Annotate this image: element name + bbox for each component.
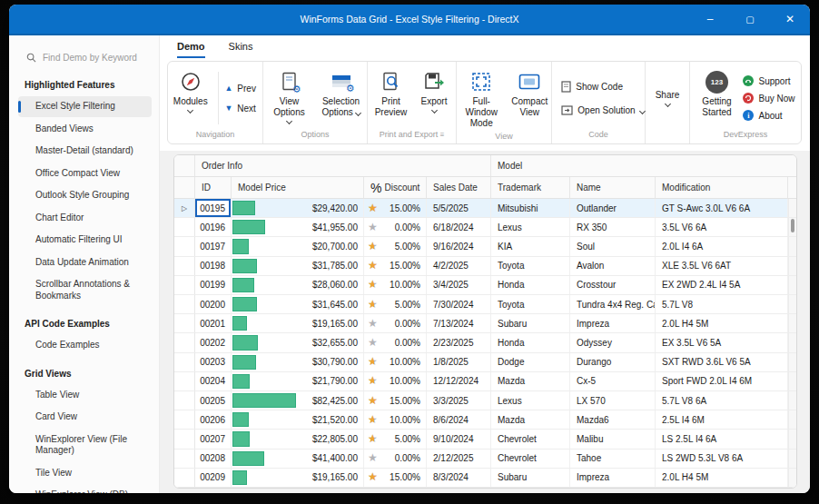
cell-sales-date[interactable]: 1/8/2025 [427,353,491,371]
sidebar-item-excel-style-filtering[interactable]: Excel Style Filtering [18,96,152,117]
cell-id[interactable]: 00199 [195,276,232,294]
tab-demo[interactable]: Demo [177,41,205,58]
cell-model-price[interactable]: $19,165.00 [232,469,364,487]
scrollbar-track-cell[interactable] [788,276,796,294]
cell-sales-date[interactable]: 9/10/2024 [427,430,491,448]
cell-discount[interactable]: ★★5.00% [364,430,427,448]
minimize-button[interactable]: – [690,5,730,34]
cell-discount[interactable]: ★★15.00% [364,469,427,487]
cell-name[interactable]: LX 570 [570,391,656,410]
sidebar-item-winexplorer-view-db-[interactable]: WinExplorer View (DB) [18,485,152,493]
cell-modification[interactable]: 2.5L I4 6M [656,410,788,429]
column-header-sales-date[interactable]: Sales Date [427,177,491,199]
cell-sales-date[interactable]: 4/2/2025 [427,257,491,275]
scrollbar-track-cell[interactable] [788,430,796,448]
cell-discount[interactable]: ★★5.00% [364,295,427,313]
cell-sales-date[interactable]: 8/3/2024 [427,469,491,487]
cell-modification[interactable]: LS 2.5L I4 6A [656,430,788,448]
sidebar-item-office-compact-view[interactable]: Office Compact View [18,163,152,184]
share-button[interactable]: Share [653,89,683,107]
cell-id[interactable]: 00197 [195,237,232,255]
cell-modification[interactable]: EX 3.5L V6 5A [656,333,788,351]
cell-trademark[interactable]: Subaru [491,314,570,332]
cell-name[interactable]: Impreza [570,314,656,332]
column-header-name[interactable]: Name [570,177,656,199]
next-button[interactable]: ▼Next [224,104,262,114]
cell-id[interactable]: 00204 [195,372,232,390]
cell-sales-date[interactable]: 5/5/2025 [427,199,491,217]
scrollbar-track-cell[interactable] [788,353,796,371]
table-row[interactable]: 00208$41,400.00★★0.00%2/12/2025Chevrolet… [174,450,796,469]
cell-modification[interactable]: GT S-Awc 3.0L V6 6A [656,199,788,217]
sidebar-item-data-update-animation[interactable]: Data Update Animation [18,252,152,273]
cell-model-price[interactable]: $32,655.00 [232,333,364,351]
cell-discount[interactable]: ★★0.00% [364,333,427,351]
cell-discount[interactable]: ★★15.00% [364,199,427,217]
cell-model-price[interactable]: $19,165.00 [232,314,364,332]
cell-discount[interactable]: ★★10.00% [364,410,427,429]
title-bar[interactable]: WinForms Data Grid - Excel Style Filteri… [9,5,810,35]
cell-id[interactable]: 00208 [195,450,232,468]
cell-trademark[interactable]: Dodge [491,353,570,371]
sidebar-item-tile-view[interactable]: Tile View [18,463,152,484]
getting-started-button[interactable]: 123 Getting Started [696,68,737,128]
scrollbar-track-cell[interactable] [788,257,796,275]
scrollbar-track-cell[interactable] [788,372,796,390]
cell-modification[interactable]: EX 2WD 2.4L I4 5A [656,276,788,294]
cell-name[interactable]: Avalon [570,257,656,275]
scrollbar-track-cell[interactable] [788,450,796,468]
table-row[interactable]: 00205$82,425.00★★15.00%3/3/2025LexusLX 5… [174,391,796,410]
vertical-scrollbar-thumb[interactable] [791,219,794,232]
cell-model-price[interactable]: $28,060.00 [232,276,364,294]
table-row[interactable]: 00203$30,790.00★★10.00%1/8/2025DodgeDura… [174,353,796,372]
sidebar-item-card-view[interactable]: Card View [18,407,152,428]
cell-id[interactable]: 00195 [195,199,232,217]
cell-discount[interactable]: ★★5.00% [364,237,427,255]
search-input[interactable]: Find Demo by Keyword [9,47,153,67]
sidebar-item-automatic-filtering-ui[interactable]: Automatic Filtering UI [18,230,152,251]
cell-model-price[interactable]: $21,790.00 [232,372,364,390]
cell-trademark[interactable]: Toyota [491,257,570,275]
dialog-launcher-icon[interactable]: ≡ [440,131,445,139]
cell-id[interactable]: 00201 [195,314,232,332]
support-button[interactable]: Support [743,75,790,86]
sidebar-item-scrollbar-annotations-bookmarks[interactable]: Scrollbar Annotations & Bookmarks [18,274,152,306]
sidebar-item-table-view[interactable]: Table View [18,385,152,406]
view-options-button[interactable]: ⚙ View Options [264,68,314,128]
sidebar-item-code-examples[interactable]: Code Examples [18,335,152,356]
cell-sales-date[interactable]: 12/12/2024 [427,372,491,390]
compact-view-button[interactable]: Compact View [508,68,551,130]
cell-name[interactable]: Tundra 4x4 Reg. Cab [570,295,656,313]
modules-button[interactable]: Modules [168,68,212,128]
table-row[interactable]: 00207$22,805.00★★5.00%9/10/2024Chevrolet… [174,430,796,449]
table-row[interactable]: 00197$20,700.00★★5.00%9/16/2024KIASoul2.… [174,237,796,256]
sidebar-item-chart-editor[interactable]: Chart Editor [18,208,152,229]
table-row[interactable]: 00200$31,645.00★★5.00%7/30/2024ToyotaTun… [174,295,796,314]
buy-now-button[interactable]: Buy Now [743,93,794,104]
cell-trademark[interactable]: KIA [491,237,570,255]
scrollbar-track-cell[interactable] [788,469,796,487]
scrollbar-track-cell[interactable] [788,199,796,217]
cell-name[interactable]: Durango [570,353,656,371]
cell-discount[interactable]: ★★0.00% [364,314,427,332]
cell-name[interactable]: Tahoe [570,450,656,468]
maximize-button[interactable]: ▢ [730,5,770,34]
column-header-id[interactable]: ID [195,177,232,199]
cell-id[interactable]: 00198 [195,257,232,275]
cell-name[interactable]: Odyssey [570,333,656,351]
cell-trademark[interactable]: Honda [491,276,570,294]
cell-model-price[interactable]: $31,645.00 [232,295,364,313]
cell-name[interactable]: Cx-5 [570,372,656,390]
cell-trademark[interactable]: Mazda [491,372,570,390]
cell-id[interactable]: 00202 [195,333,232,351]
cell-sales-date[interactable]: 7/30/2024 [427,295,491,313]
table-row[interactable]: 00201$19,165.00★★0.00%7/13/2024SubaruImp… [174,314,796,333]
cell-model-price[interactable]: $82,425.00 [232,391,364,410]
cell-trademark[interactable]: Honda [491,333,570,351]
cell-modification[interactable]: 5.7L V8 [656,295,788,313]
cell-trademark[interactable]: Mazda [491,410,570,429]
cell-model-price[interactable]: $41,400.00 [232,450,364,468]
table-row[interactable]: ▷00195$29,420.00★★15.00%5/5/2025Mitsubis… [174,199,796,218]
cell-modification[interactable]: 3.5L V6 6A [656,218,788,236]
cell-trademark[interactable]: Subaru [491,469,570,487]
